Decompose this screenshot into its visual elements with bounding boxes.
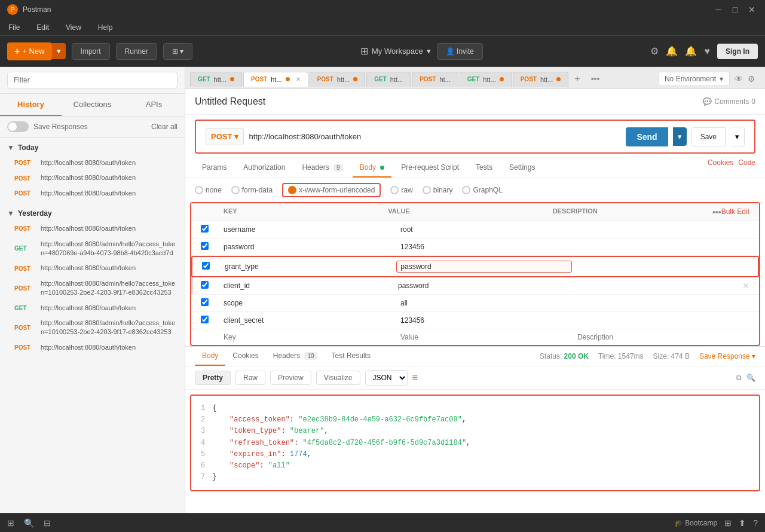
view-pretty-button[interactable]: Pretty — [195, 371, 231, 385]
key-field[interactable]: client_secret — [219, 316, 396, 325]
request-tab[interactable]: GET htt... — [190, 72, 242, 87]
radio-graphql[interactable]: GraphQL — [462, 186, 502, 194]
settings-icon[interactable]: ⚙ — [650, 45, 659, 57]
layout-options-icon[interactable]: ⊞ — [724, 518, 732, 528]
url-input[interactable] — [249, 129, 621, 145]
row-checkbox[interactable] — [201, 281, 209, 289]
row-checkbox[interactable] — [201, 225, 209, 233]
heart-icon[interactable]: ♥ — [704, 46, 710, 57]
row-checkbox[interactable] — [202, 262, 210, 270]
tab-apis[interactable]: APIs — [123, 94, 185, 116]
value-field[interactable]: root — [396, 225, 573, 234]
method-selector[interactable]: POST ▾ — [206, 128, 244, 145]
history-item[interactable]: GET http://localhost:8080/admin/hello?ac… — [0, 237, 185, 261]
runner-button[interactable]: Runner — [116, 43, 157, 60]
alert-icon[interactable]: 🔔 — [685, 45, 697, 57]
key-field[interactable]: scope — [219, 299, 396, 307]
history-item[interactable]: POST http://localhost:8080/oauth/token — [0, 155, 185, 170]
response-tab-cookies[interactable]: Cookies — [225, 347, 265, 366]
radio-form-data[interactable]: form-data — [231, 186, 273, 194]
environment-selector[interactable]: No Environment ▾ — [658, 72, 730, 86]
row-checkbox[interactable] — [201, 298, 209, 306]
value-field[interactable]: 123456 — [396, 316, 573, 325]
radio-none[interactable]: none — [195, 186, 222, 194]
row-checkbox[interactable] — [201, 316, 209, 323]
add-tab-button[interactable]: + — [570, 71, 585, 87]
value-field[interactable]: all — [396, 299, 573, 307]
key-field[interactable]: grant_type — [220, 262, 396, 271]
radio-raw[interactable]: raw — [390, 186, 412, 194]
tab-pre-request[interactable]: Pre-request Script — [394, 158, 466, 178]
tab-authorization[interactable]: Authorization — [236, 158, 292, 178]
tab-history[interactable]: History — [0, 94, 62, 116]
more-tabs-button[interactable]: ••• — [586, 72, 605, 86]
request-tab[interactable]: POST ht... — [412, 72, 458, 87]
minimize-button[interactable]: ─ — [712, 5, 724, 14]
env-settings-icon[interactable]: ⚙ — [748, 74, 755, 84]
send-dropdown-button[interactable]: ▾ — [673, 127, 687, 146]
history-item[interactable]: GET http://localhost:8080/oauth/token — [0, 301, 185, 316]
request-tab[interactable]: POST htt... — [513, 72, 569, 87]
workspace-selector[interactable]: ⊞ My Workspace ▾ — [360, 45, 431, 57]
new-form-row[interactable] — [191, 329, 759, 345]
history-group-today-header[interactable]: ▼ Today — [0, 140, 185, 155]
tab-params[interactable]: Params — [195, 158, 234, 178]
help-icon[interactable]: ? — [753, 518, 758, 528]
history-item[interactable]: POST http://localhost:8080/oauth/token — [0, 340, 185, 355]
close-button[interactable]: ✕ — [746, 5, 758, 14]
copy-icon[interactable]: ⧉ — [736, 374, 742, 382]
key-field[interactable]: username — [219, 225, 396, 234]
history-item[interactable]: POST http://localhost:8080/oauth/token — [0, 261, 185, 276]
code-link[interactable]: Code — [738, 158, 755, 178]
layout-button[interactable]: ⊞ ▾ — [163, 43, 192, 60]
cookies-link[interactable]: Cookies — [708, 158, 733, 178]
menu-view[interactable]: View — [62, 21, 85, 34]
save-dropdown-button[interactable]: ▾ — [730, 127, 745, 146]
wrap-icon[interactable]: ≡ — [412, 372, 418, 383]
tab-body[interactable]: Body — [353, 158, 392, 178]
delete-row-button[interactable]: ✕ — [742, 281, 749, 291]
tab-collections[interactable]: Collections — [62, 94, 123, 116]
menu-edit[interactable]: Edit — [33, 21, 53, 34]
view-visualize-button[interactable]: Visualize — [316, 371, 360, 385]
history-item[interactable]: POST http://localhost:8080/admin/hello?a… — [0, 276, 185, 301]
view-preview-button[interactable]: Preview — [270, 371, 311, 385]
history-group-yesterday-header[interactable]: ▼ Yesterday — [0, 206, 185, 221]
save-responses-toggle[interactable] — [7, 121, 29, 132]
invite-button[interactable]: 👤 Invite — [437, 43, 483, 60]
format-selector[interactable]: JSON XML Text — [365, 370, 408, 386]
radio-urlencoded[interactable]: x-www-form-urlencoded — [282, 183, 381, 197]
layout-icon[interactable]: ⊞ — [7, 518, 14, 528]
row-checkbox[interactable] — [201, 242, 209, 250]
key-field[interactable]: client_id — [219, 282, 393, 290]
new-key-input[interactable] — [224, 333, 391, 341]
new-value-input[interactable] — [400, 333, 568, 341]
comments-section[interactable]: 💬 Comments 0 — [703, 97, 755, 106]
new-desc-input[interactable] — [577, 333, 745, 341]
history-item[interactable]: POST http://localhost:8080/oauth/token — [0, 221, 185, 236]
more-options-button[interactable]: ••• — [712, 207, 721, 217]
tab-close-icon[interactable]: ✕ — [296, 76, 301, 82]
menu-file[interactable]: File — [5, 21, 23, 34]
request-tab[interactable]: GET htt... — [366, 72, 411, 87]
console-icon[interactable]: ⊟ — [44, 518, 51, 528]
send-button[interactable]: Send — [626, 127, 668, 146]
new-button-dropdown[interactable]: ▾ — [52, 43, 66, 59]
request-tab[interactable]: GET htt... — [460, 72, 512, 87]
share-icon[interactable]: ⬆ — [739, 518, 746, 528]
history-item[interactable]: POST http://localhost:8080/oauth/token — [0, 186, 185, 201]
menu-help[interactable]: Help — [94, 21, 117, 34]
view-raw-button[interactable]: Raw — [235, 371, 265, 385]
value-field[interactable]: password — [396, 261, 571, 273]
response-tab-test-results[interactable]: Test Results — [325, 347, 378, 366]
import-button[interactable]: Import — [72, 43, 110, 60]
new-button[interactable]: + + New — [7, 42, 52, 60]
tab-tests[interactable]: Tests — [469, 158, 500, 178]
tab-headers[interactable]: Headers 9 — [295, 158, 350, 178]
radio-binary[interactable]: binary — [423, 186, 453, 194]
tab-settings[interactable]: Settings — [502, 158, 542, 178]
history-item[interactable]: POST http://localhost:8080/admin/hello?a… — [0, 316, 185, 340]
request-tab[interactable]: POST htt... — [310, 72, 366, 87]
save-button[interactable]: Save — [691, 127, 726, 146]
maximize-button[interactable]: □ — [729, 5, 741, 14]
